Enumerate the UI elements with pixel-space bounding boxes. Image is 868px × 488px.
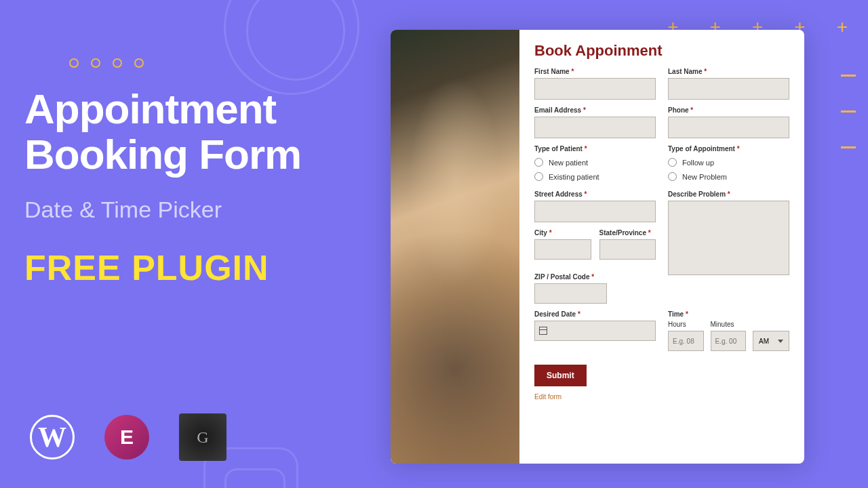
promo-title-line1: Appointment bbox=[24, 87, 377, 132]
gutenberg-logo-icon bbox=[179, 413, 226, 461]
hours-sublabel: Hours bbox=[668, 321, 704, 328]
last-name-input[interactable] bbox=[668, 78, 789, 100]
chevron-down-icon bbox=[778, 340, 783, 343]
appointment-type-label: Type of Appointment * bbox=[668, 145, 789, 152]
radio-icon bbox=[534, 172, 543, 181]
radio-icon bbox=[668, 158, 677, 167]
describe-textarea[interactable] bbox=[668, 201, 789, 275]
form-title: Book Appoinment bbox=[534, 42, 789, 60]
decorative-circles bbox=[224, 0, 359, 95]
wordpress-logo-icon: W bbox=[30, 415, 75, 460]
promo-title-line2: Booking Form bbox=[24, 132, 377, 178]
decorative-dots bbox=[69, 58, 144, 68]
date-label: Desired Date * bbox=[534, 310, 656, 318]
promo-subtitle: Date & Time Picker bbox=[24, 197, 377, 223]
state-input[interactable] bbox=[599, 239, 656, 260]
calendar-icon bbox=[539, 327, 547, 335]
hours-input[interactable] bbox=[668, 331, 704, 351]
edit-form-link[interactable]: Edit form bbox=[534, 393, 561, 401]
ampm-select[interactable]: AM bbox=[753, 331, 789, 351]
email-input[interactable] bbox=[534, 117, 656, 138]
logo-row: W E bbox=[30, 413, 226, 461]
date-input[interactable] bbox=[534, 321, 656, 341]
describe-label: Describe Problem * bbox=[668, 190, 789, 198]
appointment-form: Book Appoinment First Name * Last Name *… bbox=[519, 30, 804, 464]
phone-input[interactable] bbox=[668, 117, 789, 138]
patient-type-option-new[interactable]: New patient bbox=[534, 158, 656, 167]
decorative-dash-col bbox=[841, 75, 856, 148]
promo-left-column: Appointment Booking Form Date & Time Pic… bbox=[24, 87, 377, 288]
form-hero-photo bbox=[391, 30, 519, 464]
street-input[interactable] bbox=[534, 201, 656, 222]
first-name-label: First Name * bbox=[534, 68, 656, 75]
city-label: City * bbox=[534, 229, 591, 237]
state-label: State/Province * bbox=[599, 229, 656, 237]
elementor-logo-icon: E bbox=[104, 415, 149, 460]
first-name-input[interactable] bbox=[534, 78, 656, 100]
free-plugin-badge: FREE PLUGIN bbox=[24, 247, 377, 288]
minutes-sublabel: Minutes bbox=[711, 321, 747, 328]
minutes-input[interactable] bbox=[711, 331, 747, 351]
email-label: Email Address * bbox=[534, 106, 656, 114]
patient-type-label: Type of Patient * bbox=[534, 145, 656, 152]
zip-input[interactable] bbox=[534, 283, 607, 304]
submit-button[interactable]: Submit bbox=[534, 365, 587, 386]
zip-label: ZIP / Postal Code * bbox=[534, 273, 656, 281]
form-preview-card: Book Appoinment First Name * Last Name *… bbox=[391, 30, 804, 464]
time-label: Time * bbox=[668, 310, 789, 318]
phone-label: Phone * bbox=[668, 106, 789, 114]
appointment-type-option-newproblem[interactable]: New Problem bbox=[668, 172, 789, 181]
appointment-type-option-followup[interactable]: Follow up bbox=[668, 158, 789, 167]
street-label: Street Address * bbox=[534, 190, 656, 198]
patient-type-option-existing[interactable]: Existing patient bbox=[534, 172, 656, 181]
radio-icon bbox=[668, 172, 677, 181]
radio-icon bbox=[534, 158, 543, 167]
city-input[interactable] bbox=[534, 239, 591, 260]
last-name-label: Last Name * bbox=[668, 68, 789, 75]
